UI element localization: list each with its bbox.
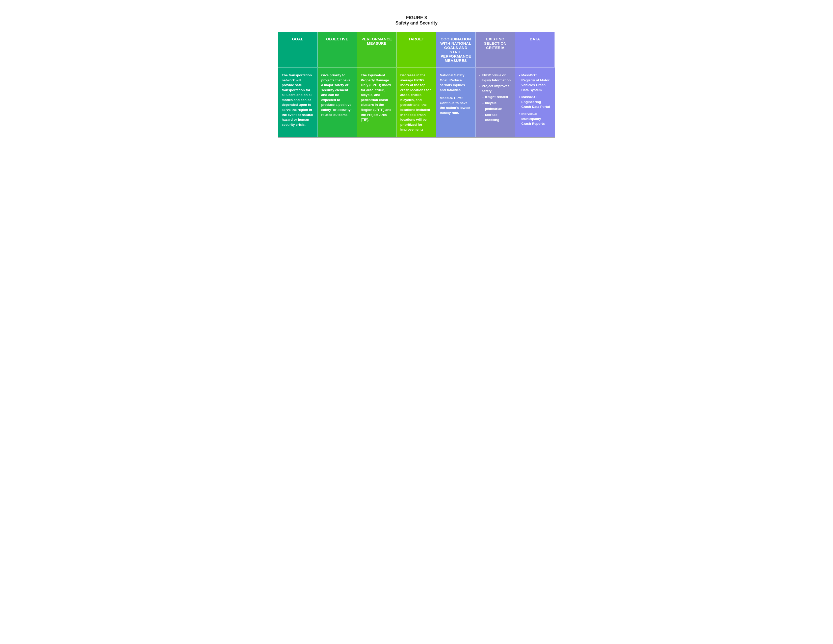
col7-bullet-item: •MassDOT Registry of Motor Vehicles Cras… bbox=[519, 73, 551, 92]
coordination-massdot-pm: MassDOT PM: Continue to have the nation'… bbox=[440, 95, 472, 115]
bullet-dot: • bbox=[519, 111, 520, 116]
col6-bullet-item: •Project improves safety. bbox=[479, 84, 511, 93]
col6-dash-item: –freight-related bbox=[479, 95, 511, 100]
body-goal: The transportation network will provide … bbox=[278, 67, 318, 137]
header-existing-selection: EXISTING SELECTION CRITERIA bbox=[476, 32, 515, 67]
header-coordination: COORDINATION WITH NATIONAL GOALS AND STA… bbox=[436, 32, 476, 67]
col6-dash-item: –railroad crossing bbox=[479, 113, 511, 122]
figure-title-line2: Safety and Security bbox=[278, 21, 555, 26]
body-existing-selection: •EPDO Value or Injury Information•Projec… bbox=[476, 67, 515, 137]
body-target: Decrease in the average EPDO index at th… bbox=[397, 67, 436, 137]
col6-dash-item: –bicycle bbox=[479, 100, 511, 106]
col6-dash-item: –pedestrian bbox=[479, 106, 511, 111]
col7-bullet-item: •Individual Municipality Crash Reports bbox=[519, 111, 551, 126]
header-performance-measure: PERFORMANCE MEASURE bbox=[357, 32, 397, 67]
coordination-national-goal: National Safety Goal: Reduce serious inj… bbox=[440, 73, 472, 92]
col7-bullet-item: •MassDOT Engineering Crash Data Portal bbox=[519, 95, 551, 109]
dash-mark: – bbox=[482, 95, 484, 100]
header-target: TARGET bbox=[397, 32, 436, 67]
dash-mark: – bbox=[482, 106, 484, 111]
header-data: DATA bbox=[515, 32, 555, 67]
body-objective: Give priority to projects that have a ma… bbox=[318, 67, 357, 137]
figure-title-line1: FIGURE 3 bbox=[278, 15, 555, 21]
table-wrapper: GOAL OBJECTIVE PERFORMANCE MEASURE TARGE… bbox=[278, 32, 555, 138]
bullet-dot: • bbox=[519, 95, 520, 100]
page-container: FIGURE 3 Safety and Security GOAL OBJECT… bbox=[278, 15, 555, 138]
table-grid: GOAL OBJECTIVE PERFORMANCE MEASURE TARGE… bbox=[278, 32, 555, 137]
body-coordination: National Safety Goal: Reduce serious inj… bbox=[436, 67, 476, 137]
dash-mark: – bbox=[482, 113, 484, 118]
body-data: •MassDOT Registry of Motor Vehicles Cras… bbox=[515, 67, 555, 137]
bullet-dot: • bbox=[479, 73, 481, 78]
dash-mark: – bbox=[482, 100, 484, 106]
figure-title: FIGURE 3 Safety and Security bbox=[278, 15, 555, 26]
bullet-dot: • bbox=[479, 84, 481, 89]
bullet-dot: • bbox=[519, 73, 520, 78]
col6-bullet-item: •EPDO Value or Injury Information bbox=[479, 73, 511, 82]
header-objective: OBJECTIVE bbox=[318, 32, 357, 67]
header-goal: GOAL bbox=[278, 32, 318, 67]
body-performance-measure: The Equivalent Property Damage Only (EPD… bbox=[357, 67, 397, 137]
